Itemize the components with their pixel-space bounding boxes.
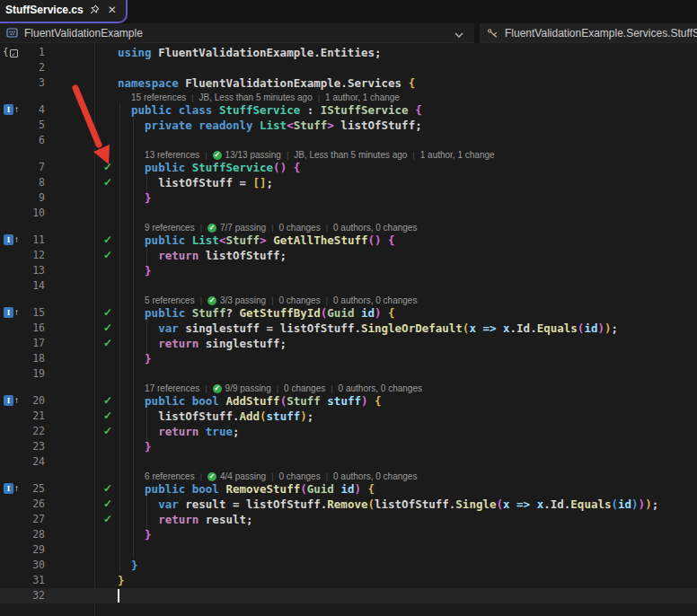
chevron-down-icon[interactable] bbox=[454, 25, 463, 41]
codelens-separator: | bbox=[277, 384, 278, 393]
codelens-row[interactable]: 17 references|✓9/9 passing|0 changes|0 a… bbox=[0, 382, 697, 393]
code-line[interactable]: I↑20✓public bool AddStuff(Stuff stuff) { bbox=[0, 393, 697, 409]
code-line[interactable]: 8✓listOfStuff = []; bbox=[0, 175, 697, 190]
codelens-item[interactable]: 5 references bbox=[145, 295, 195, 305]
code-editor[interactable]: {↙1using FluentValidationExample.Entitie… bbox=[0, 43, 697, 616]
code-line[interactable]: 21✓listOfStuff.Add(stuff); bbox=[0, 409, 697, 424]
codelens-item[interactable]: 15 references bbox=[131, 92, 186, 102]
codelens-row[interactable]: 6 references|✓4/4 passing|0 changes|0 au… bbox=[0, 470, 697, 481]
code-line[interactable]: 26✓var result = listOfStuff.Remove(listO… bbox=[0, 497, 697, 512]
code-line[interactable]: 18} bbox=[0, 351, 697, 366]
codelens-item[interactable]: 0 authors, 0 changes bbox=[333, 295, 417, 305]
codelens-row[interactable]: 5 references|✓3/3 passing|0 changes|0 au… bbox=[0, 294, 697, 305]
coverage-check-icon[interactable]: ✓ bbox=[98, 497, 118, 512]
code-line[interactable]: I↑4public class StuffService : IStuffSer… bbox=[0, 102, 697, 118]
code-text: public Stuff? GetStuffById(Guid id) { bbox=[118, 305, 395, 321]
codelens-item[interactable]: ✓3/3 passing bbox=[207, 295, 266, 305]
code-line[interactable]: 23} bbox=[0, 439, 697, 454]
code-line[interactable]: 17✓return singlestuff; bbox=[0, 336, 697, 351]
code-text: } bbox=[118, 190, 152, 206]
code-line[interactable]: 22✓return true; bbox=[0, 424, 697, 439]
tests-passing-icon: ✓ bbox=[213, 384, 222, 393]
coverage-check-icon[interactable]: ✓ bbox=[98, 321, 118, 336]
code-line[interactable]: 19 bbox=[0, 366, 697, 382]
codelens-item[interactable]: 6 references bbox=[145, 471, 195, 481]
codelens-item[interactable]: ✓9/9 passing bbox=[213, 383, 271, 393]
code-line[interactable]: 27✓return result; bbox=[0, 512, 697, 527]
coverage-check-icon[interactable]: ✓ bbox=[98, 175, 118, 190]
codelens-item[interactable]: 13 references bbox=[145, 150, 199, 160]
coverage-check-icon[interactable]: ✓ bbox=[98, 336, 118, 351]
code-line[interactable]: 29 bbox=[0, 542, 697, 558]
close-icon[interactable]: ✕ bbox=[105, 3, 119, 17]
code-line[interactable]: 30} bbox=[0, 558, 697, 573]
codelens-item[interactable]: JB, Less than 5 minutes ago bbox=[294, 150, 407, 160]
line-number: 3 bbox=[0, 75, 45, 91]
coverage-check-icon[interactable]: ✓ bbox=[98, 481, 118, 497]
line-number: 21 bbox=[0, 409, 45, 424]
coverage-check-icon[interactable]: ✓ bbox=[98, 248, 118, 263]
coverage-check-icon[interactable]: ✓ bbox=[98, 393, 118, 409]
type-dropdown[interactable]: FluentValidationExample.Services.StuffSe… bbox=[480, 23, 697, 43]
project-dropdown[interactable]: FluentValidationExample bbox=[0, 23, 474, 43]
code-line[interactable]: 5private readonly List<Stuff> listOfStuf… bbox=[0, 118, 697, 133]
codelens-separator: | bbox=[191, 93, 193, 102]
tab-stuffservice[interactable]: StuffService.cs ✕ bbox=[0, 0, 128, 23]
pin-icon[interactable] bbox=[87, 3, 101, 17]
codelens-separator: | bbox=[271, 296, 273, 305]
codelens-item[interactable]: 0 changes bbox=[279, 295, 321, 305]
coverage-check-icon[interactable]: ✓ bbox=[98, 409, 118, 424]
line-number: 1 bbox=[0, 45, 45, 60]
code-line[interactable]: 2 bbox=[0, 60, 697, 75]
code-text: } bbox=[118, 573, 125, 588]
code-text: } bbox=[118, 439, 152, 454]
code-line[interactable]: I↑11✓public List<Stuff> GetAllTheStuff()… bbox=[0, 233, 697, 248]
codelens-row[interactable]: 15 references|JB, Less than 5 minutes ag… bbox=[0, 91, 697, 102]
coverage-check-icon[interactable]: ✓ bbox=[98, 305, 118, 321]
codelens-item[interactable]: 1 author, 1 change bbox=[325, 92, 400, 102]
coverage-check-icon[interactable]: ✓ bbox=[98, 512, 118, 527]
codelens-item[interactable]: JB, Less than 5 minutes ago bbox=[199, 92, 313, 102]
codelens-item[interactable]: 0 authors, 0 changes bbox=[333, 223, 417, 233]
codelens-separator: | bbox=[326, 224, 328, 233]
code-line[interactable]: 16✓var singlestuff = listOfStuff.SingleO… bbox=[0, 321, 697, 336]
code-line[interactable]: 14 bbox=[0, 278, 697, 294]
codelens-item[interactable]: 1 author, 1 change bbox=[420, 150, 495, 160]
line-number: 7 bbox=[0, 160, 45, 175]
code-line[interactable]: 9} bbox=[0, 190, 697, 206]
codelens-item[interactable]: 0 authors, 0 changes bbox=[333, 471, 417, 481]
code-line[interactable]: I↑25✓public bool RemoveStuff(Guid id) { bbox=[0, 481, 697, 497]
codelens-item[interactable]: ✓7/7 passing bbox=[207, 223, 266, 233]
code-line[interactable]: 31} bbox=[0, 573, 697, 588]
code-text: var singlestuff = listOfStuff.SingleOrDe… bbox=[118, 321, 618, 336]
codelens-item[interactable]: ✓13/13 passing bbox=[213, 150, 281, 160]
code-line[interactable]: 10 bbox=[0, 206, 697, 221]
codelens-item[interactable]: 0 changes bbox=[279, 471, 321, 481]
code-line[interactable]: 7✓public StuffService() { bbox=[0, 160, 697, 175]
coverage-check-icon[interactable]: ✓ bbox=[98, 233, 118, 248]
coverage-check-icon[interactable]: ✓ bbox=[98, 160, 118, 175]
code-line[interactable]: 6 bbox=[0, 133, 697, 148]
line-number: 2 bbox=[0, 60, 45, 75]
code-line[interactable]: {↙1using FluentValidationExample.Entitie… bbox=[0, 45, 697, 60]
codelens-row[interactable]: 13 references|✓13/13 passing|JB, Less th… bbox=[0, 148, 697, 160]
codelens-item[interactable]: 17 references bbox=[145, 383, 199, 393]
code-line[interactable]: 12✓return listOfStuff; bbox=[0, 248, 697, 263]
code-line[interactable]: 3namespace FluentValidationExample.Servi… bbox=[0, 75, 697, 91]
codelens-item[interactable]: 0 changes bbox=[284, 383, 325, 393]
code-text: public bool AddStuff(Stuff stuff) { bbox=[118, 393, 382, 409]
code-line[interactable]: 24 bbox=[0, 454, 697, 470]
code-line[interactable]: I↑15✓public Stuff? GetStuffById(Guid id)… bbox=[0, 305, 697, 321]
code-line[interactable]: 13} bbox=[0, 263, 697, 278]
codelens-item[interactable]: 9 references bbox=[145, 223, 195, 233]
coverage-check-icon[interactable]: ✓ bbox=[98, 424, 118, 439]
codelens-separator: | bbox=[200, 224, 202, 233]
codelens-item[interactable]: 0 changes bbox=[279, 223, 321, 233]
line-number: 28 bbox=[0, 527, 45, 542]
code-line[interactable]: 32 bbox=[0, 588, 697, 603]
code-text: using FluentValidationExample.Entities; bbox=[118, 45, 382, 60]
code-line[interactable]: 28} bbox=[0, 527, 697, 542]
codelens-row[interactable]: 9 references|✓7/7 passing|0 changes|0 au… bbox=[0, 221, 697, 233]
codelens-item[interactable]: 0 authors, 0 changes bbox=[339, 383, 422, 393]
codelens-item[interactable]: ✓4/4 passing bbox=[207, 471, 266, 481]
